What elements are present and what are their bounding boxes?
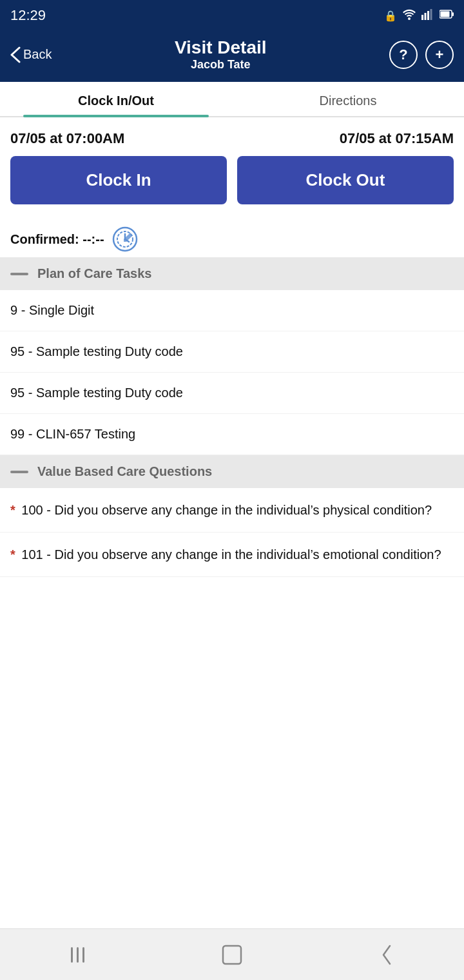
help-button[interactable]: ? — [389, 41, 418, 69]
question-number: 100 — [21, 503, 43, 517]
back-chevron-icon — [380, 943, 394, 966]
home-icon — [220, 943, 244, 966]
svg-rect-4 — [430, 9, 432, 20]
questions-list: * 100 - Did you observe any change in th… — [0, 488, 464, 577]
question-text: Did you observe any change in the indivi… — [55, 547, 441, 562]
svg-rect-2 — [425, 13, 427, 20]
battery-icon — [440, 10, 454, 21]
required-marker: * — [10, 503, 15, 517]
question-number: 101 — [21, 547, 43, 562]
question-item[interactable]: * 100 - Did you observe any change in th… — [0, 488, 464, 533]
clock-out-time: 07/05 at 07:15AM — [340, 130, 454, 147]
status-time: 12:29 — [10, 7, 46, 24]
security-icon: 🔒 — [384, 10, 397, 22]
status-icons: 🔒 — [384, 8, 454, 23]
clock-in-time: 07/05 at 07:00AM — [10, 130, 124, 147]
back-button[interactable]: Back — [10, 46, 52, 63]
tab-directions[interactable]: Directions — [232, 82, 464, 116]
nav-back-button[interactable] — [367, 936, 406, 974]
signal-icon — [421, 8, 434, 23]
wifi-icon — [402, 8, 416, 23]
clock-buttons: Clock In Clock Out — [10, 156, 454, 204]
add-button[interactable]: + — [425, 41, 454, 69]
svg-point-0 — [408, 17, 411, 20]
clock-section: 07/05 at 07:00AM 07/05 at 07:15AM Clock … — [0, 117, 464, 217]
clock-times: 07/05 at 07:00AM 07/05 at 07:15AM — [10, 130, 454, 147]
header-actions: ? + — [389, 41, 454, 69]
plan-of-care-header: Plan of Care Tasks — [0, 257, 464, 290]
clock-out-button[interactable]: Clock Out — [237, 156, 454, 204]
required-marker: * — [10, 547, 15, 562]
main-content: 07/05 at 07:00AM 07/05 at 07:15AM Clock … — [0, 117, 464, 753]
menu-lines-icon — [71, 947, 84, 963]
nav-home-button[interactable] — [213, 936, 251, 974]
svg-rect-12 — [223, 946, 241, 964]
value-based-care-header: Value Based Care Questions — [0, 455, 464, 488]
svg-rect-1 — [421, 15, 423, 20]
section-dash-icon — [10, 471, 28, 473]
question-text: Did you observe any change in the indivi… — [55, 503, 432, 517]
back-label: Back — [23, 47, 52, 62]
task-item[interactable]: 95 - Sample testing Duty code — [0, 373, 464, 414]
bottom-nav — [0, 928, 464, 980]
confirmed-label: Confirmed: --:-- — [10, 232, 104, 247]
task-list: 9 - Single Digit 95 - Sample testing Dut… — [0, 290, 464, 455]
task-item[interactable]: 99 - CLIN-657 Testing — [0, 414, 464, 455]
spacer — [0, 753, 464, 929]
page-title: Visit Detail — [52, 37, 389, 58]
patient-name: Jacob Tate — [52, 58, 389, 72]
tab-bar: Clock In/Out Directions — [0, 82, 464, 117]
header-title-group: Visit Detail Jacob Tate — [52, 37, 389, 72]
section-dash-icon — [10, 273, 28, 275]
clock-in-button[interactable]: Clock In — [10, 156, 227, 204]
task-item[interactable]: 9 - Single Digit — [0, 290, 464, 331]
value-based-care-title: Value Based Care Questions — [37, 464, 212, 479]
svg-rect-7 — [441, 12, 450, 17]
confirmed-value: --:-- — [82, 232, 104, 246]
confirmed-row: Confirmed: --:-- — [0, 217, 464, 257]
task-item[interactable]: 95 - Sample testing Duty code — [0, 331, 464, 373]
svg-rect-6 — [452, 12, 454, 16]
app-header: Back Visit Detail Jacob Tate ? + — [0, 31, 464, 82]
svg-rect-3 — [427, 11, 429, 20]
edit-time-icon[interactable] — [112, 226, 138, 252]
nav-menu-button[interactable] — [58, 936, 97, 974]
question-item[interactable]: * 101 - Did you observe any change in th… — [0, 533, 464, 577]
tab-clock-in-out[interactable]: Clock In/Out — [0, 82, 232, 116]
status-bar: 12:29 🔒 — [0, 0, 464, 31]
plan-of-care-title: Plan of Care Tasks — [37, 266, 151, 281]
